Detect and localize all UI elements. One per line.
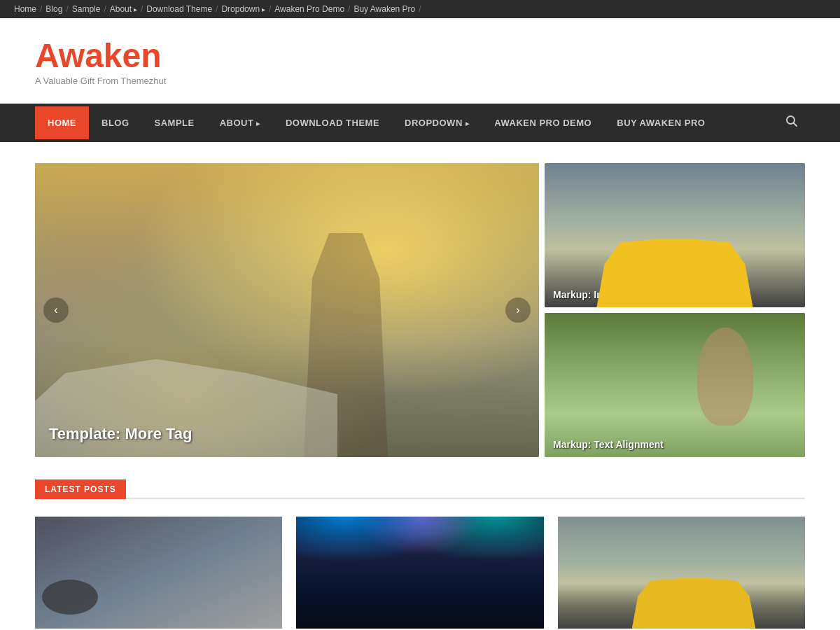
sep-7: / [348, 4, 350, 14]
slide-image-inner [35, 163, 539, 457]
topbar-blog[interactable]: Blog [46, 4, 62, 14]
topbar-buy-awaken-pro[interactable]: Buy Awaken Pro [354, 4, 415, 14]
nav-about[interactable]: ABOUT [207, 106, 273, 139]
nav-dropdown[interactable]: DROPDOWN [392, 106, 482, 139]
post-card-1[interactable] [35, 517, 282, 629]
sep-4: / [141, 4, 143, 14]
nav-buy-awaken-pro[interactable]: BUY AWAKEN PRO [604, 106, 718, 139]
nav-sample[interactable]: SAMPLE [142, 106, 207, 139]
slide-image [35, 163, 539, 457]
site-header: Awaken A Valuable Gift From Themezhut [0, 18, 840, 104]
posts-grid [35, 517, 805, 629]
dropdown-arrow-icon [465, 118, 470, 128]
nav-blog[interactable]: BLOG [89, 106, 142, 139]
main-slider-caption: Template: More Tag [49, 425, 192, 443]
topbar-awaken-pro-demo[interactable]: Awaken Pro Demo [274, 4, 344, 14]
post-card-2[interactable] [296, 517, 543, 629]
latest-posts-badge: LATEST POSTS [35, 479, 126, 499]
about-arrow-icon [256, 118, 260, 128]
nav-home[interactable]: HOME [35, 106, 89, 139]
sep-3: / [104, 4, 106, 14]
content-area: ‹ › Template: More Tag Markup: Image Ali… [0, 142, 840, 630]
main-slider: ‹ › Template: More Tag [35, 163, 539, 457]
topbar-download-theme[interactable]: Download Theme [146, 4, 212, 14]
sep-2: / [66, 4, 68, 14]
slider-next-button[interactable]: › [505, 298, 531, 323]
post-card-3[interactable] [558, 517, 805, 629]
side-thumb-1[interactable]: Markup: Image Alignment. [545, 163, 805, 307]
post-thumb-1 [35, 517, 282, 629]
nav-download-theme[interactable]: DOWNLOAD THEME [273, 106, 392, 139]
sep-5: / [216, 4, 218, 14]
sep-8: / [419, 4, 421, 14]
nav-awaken-pro-demo[interactable]: AWAKEN PRO DEMO [482, 106, 604, 139]
slider-side-thumbnails: Markup: Image Alignment. Markup: Text Al… [545, 163, 805, 457]
post-thumb-2 [296, 517, 543, 629]
latest-posts-header: LATEST POSTS [35, 478, 805, 499]
search-icon[interactable] [778, 104, 805, 142]
sep-6: / [269, 4, 271, 14]
topbar-about[interactable]: About [110, 4, 137, 14]
topbar-dropdown[interactable]: Dropdown [221, 4, 265, 14]
side-caption-2: Markup: Text Alignment [553, 439, 664, 450]
post-thumb-3 [558, 517, 805, 629]
site-tagline: A Valuable Gift From Themezhut [35, 76, 805, 86]
topbar-sample[interactable]: Sample [72, 4, 101, 14]
top-admin-bar: Home / Blog / Sample / About / Download … [0, 0, 840, 18]
site-title: Awaken [35, 39, 805, 73]
sep-1: / [40, 4, 42, 14]
featured-slider-section: ‹ › Template: More Tag Markup: Image Ali… [35, 163, 805, 457]
side-thumb-2[interactable]: Markup: Text Alignment [545, 313, 805, 457]
main-nav: HOME BLOG SAMPLE ABOUT DOWNLOAD THEME DR… [0, 104, 840, 142]
topbar-home[interactable]: Home [14, 4, 36, 14]
side-caption-1: Markup: Image Alignment. [553, 289, 676, 300]
slider-prev-button[interactable]: ‹ [43, 298, 69, 323]
svg-line-1 [794, 123, 797, 127]
